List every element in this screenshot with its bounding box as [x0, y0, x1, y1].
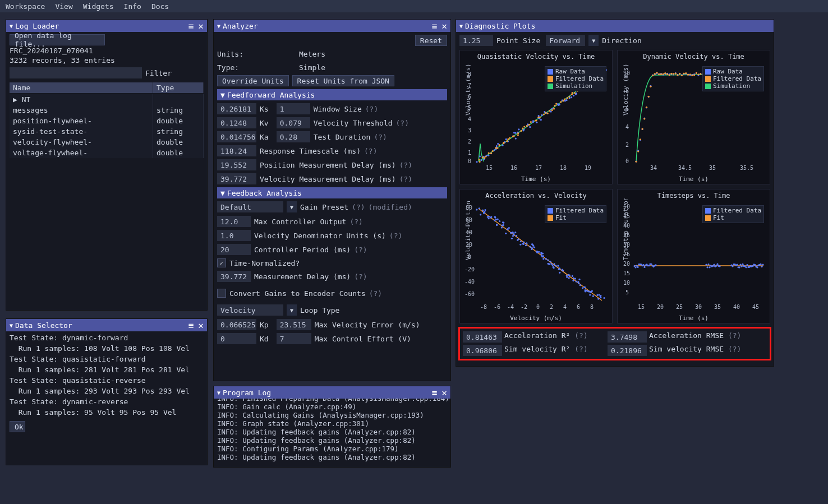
- table-row[interactable]: position-flywheel-double: [10, 115, 204, 126]
- svg-point-244: [691, 75, 693, 76]
- fb-value[interactable]: 20: [217, 244, 251, 255]
- ok-button[interactable]: Ok: [10, 421, 25, 432]
- convert-gains-label: Convert Gains to Encoder Counts: [229, 289, 366, 298]
- pointsize-input[interactable]: 1.25: [459, 35, 493, 46]
- plot-dynamic[interactable]: Dynamic Velocity vs. Time 1086420 3434.5…: [617, 50, 770, 184]
- panel-header-program-log[interactable]: ▼Program Log ≡✕: [214, 386, 450, 399]
- collapse-icon[interactable]: ▼: [10, 23, 13, 29]
- table-row[interactable]: voltage-flywheel-double: [10, 147, 204, 158]
- plot-timesteps[interactable]: Timesteps vs. Time 5045403530 252015105 …: [617, 189, 770, 323]
- help-icon[interactable]: (?): [389, 232, 402, 240]
- close-icon[interactable]: ✕: [198, 21, 204, 31]
- panel-header-log-loader[interactable]: ▼Log Loader ≡✕: [6, 20, 207, 32]
- menubar[interactable]: Workspace View Widgets Info Docs: [0, 0, 828, 12]
- convert-gains-checkbox[interactable]: [217, 289, 226, 298]
- menu-icon[interactable]: ≡: [188, 21, 194, 31]
- menu-icon[interactable]: ≡: [432, 21, 438, 31]
- table-row[interactable]: ▶ NT: [10, 94, 204, 105]
- help-icon[interactable]: (?): [396, 119, 409, 127]
- ff-value[interactable]: 39.772: [217, 173, 256, 184]
- help-icon[interactable]: (?): [354, 272, 367, 281]
- collapse-icon[interactable]: ▼: [217, 390, 220, 396]
- panel-header-diagnostic[interactable]: ▼Diagnostic Plots: [456, 20, 774, 32]
- gain-value2[interactable]: 7: [277, 333, 311, 344]
- measurement-delay-input[interactable]: 39.772: [217, 271, 251, 282]
- svg-point-355: [536, 251, 538, 252]
- chevron-down-icon[interactable]: ▼: [287, 201, 297, 212]
- svg-point-92: [490, 152, 492, 154]
- menu-docs[interactable]: Docs: [151, 2, 169, 11]
- gain-value2[interactable]: 23.515: [277, 319, 311, 330]
- help-icon[interactable]: (?): [574, 331, 587, 340]
- help-icon[interactable]: (?): [574, 345, 587, 353]
- help-icon[interactable]: (?): [728, 331, 741, 340]
- menu-icon[interactable]: ≡: [432, 387, 438, 398]
- svg-point-94: [495, 147, 496, 149]
- help-icon[interactable]: (?): [365, 105, 378, 113]
- menu-widgets[interactable]: Widgets: [83, 2, 114, 11]
- reset-units-button[interactable]: Reset Units from JSON: [292, 75, 394, 86]
- table-row[interactable]: messagesstring: [10, 105, 204, 115]
- panel-header-analyzer[interactable]: ▼Analyzer ≡✕: [214, 20, 450, 32]
- help-icon[interactable]: (?): [349, 218, 362, 226]
- help-icon[interactable]: (?): [399, 175, 412, 183]
- fb-value[interactable]: 1.0: [217, 230, 251, 241]
- collapse-icon[interactable]: ▼: [217, 23, 220, 29]
- panel-header-data-selector[interactable]: ▼Data Selector ≡✕: [6, 319, 207, 331]
- ff-value[interactable]: 0.1248: [217, 117, 256, 128]
- help-icon[interactable]: (?): [374, 133, 387, 141]
- help-icon[interactable]: (?): [354, 246, 367, 254]
- svg-point-127: [567, 97, 568, 99]
- svg-point-86: [479, 161, 481, 163]
- time-normalized-checkbox[interactable]: ✓: [217, 258, 226, 267]
- ff-value2[interactable]: 0.28: [277, 131, 310, 142]
- help-icon[interactable]: (?): [728, 345, 741, 353]
- plot-accel[interactable]: Acceleration vs. Velocity 806040200 -20-…: [459, 189, 613, 323]
- reset-button[interactable]: Reset: [415, 35, 447, 46]
- help-icon[interactable]: (?): [399, 161, 412, 169]
- table-row[interactable]: sysid-test-state-string: [10, 126, 204, 137]
- menu-info[interactable]: Info: [124, 2, 141, 11]
- plot-quasistatic[interactable]: Quasistatic Velocity vs. Time 8765 43210…: [459, 50, 613, 184]
- direction-dropdown[interactable]: Forward: [546, 35, 585, 46]
- ff-value[interactable]: 118.24: [217, 145, 256, 156]
- svg-point-394: [578, 282, 579, 284]
- col-header-name[interactable]: Name: [10, 82, 153, 93]
- chevron-down-icon[interactable]: ▼: [287, 304, 297, 316]
- close-icon[interactable]: ✕: [441, 21, 447, 31]
- svg-point-223: [648, 96, 650, 98]
- menu-icon[interactable]: ≡: [188, 320, 194, 331]
- ff-value2[interactable]: 0.079: [277, 117, 310, 128]
- close-icon[interactable]: ✕: [441, 387, 447, 398]
- ff-value[interactable]: 0.26181: [217, 103, 256, 114]
- close-icon[interactable]: ✕: [198, 320, 204, 331]
- loop-type-dropdown[interactable]: Velocity: [217, 304, 283, 316]
- svg-point-64: [565, 99, 567, 101]
- svg-text:-20: -20: [464, 266, 475, 272]
- gain-value[interactable]: 0.066525: [217, 319, 256, 330]
- ff-value[interactable]: 0.014756: [217, 131, 256, 142]
- svg-text:6: 6: [577, 304, 580, 310]
- collapse-icon[interactable]: ▼: [459, 23, 463, 29]
- svg-point-367: [554, 263, 555, 265]
- collapse-icon[interactable]: ▼: [220, 189, 225, 197]
- svg-point-297: [476, 209, 477, 210]
- ff-value[interactable]: 19.552: [217, 159, 256, 170]
- gain-preset-dropdown[interactable]: Default: [217, 201, 283, 212]
- menu-view[interactable]: View: [55, 2, 72, 11]
- help-icon[interactable]: (?): [369, 289, 382, 298]
- override-units-button[interactable]: Override Units: [217, 75, 289, 86]
- collapse-icon[interactable]: ▼: [10, 322, 13, 329]
- help-icon[interactable]: (?): [364, 147, 377, 155]
- col-header-type[interactable]: Type: [153, 82, 204, 93]
- filter-input[interactable]: [10, 67, 142, 78]
- open-logfile-button[interactable]: Open data log file...: [10, 34, 105, 45]
- help-icon[interactable]: (?): [352, 203, 365, 211]
- collapse-icon[interactable]: ▼: [220, 91, 225, 99]
- chevron-down-icon[interactable]: ▼: [588, 35, 599, 46]
- fb-value[interactable]: 12.0: [217, 216, 251, 227]
- ff-value2[interactable]: 1: [277, 103, 310, 114]
- gain-value[interactable]: 0: [217, 333, 256, 344]
- table-row[interactable]: velocity-flywheel-double: [10, 137, 204, 147]
- menu-workspace[interactable]: Workspace: [6, 2, 45, 11]
